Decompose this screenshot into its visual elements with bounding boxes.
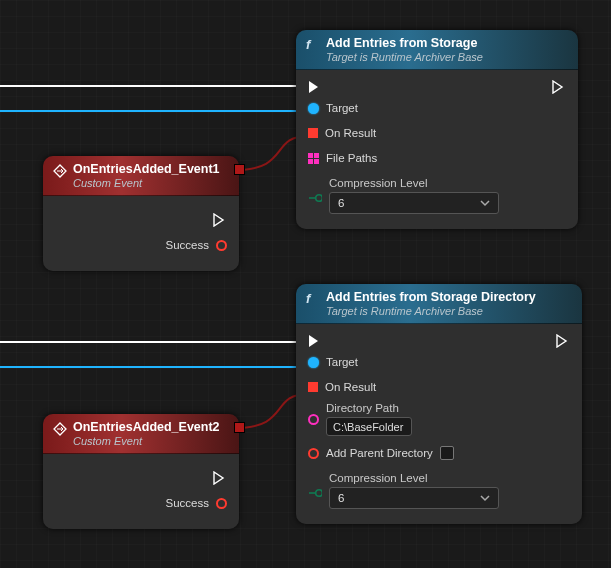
delegate-pin[interactable] [234,164,245,175]
wire-target-in-c [0,366,306,368]
node-subtitle: Custom Event [73,177,220,190]
on-result-pin[interactable] [308,128,318,138]
node-header[interactable]: f Add Entries from Storage Directory Tar… [296,284,582,324]
wire-exec-in-c [0,341,311,343]
directory-path-input[interactable]: C:\BaseFolder [326,417,412,436]
chevron-down-icon [480,493,490,503]
directory-path-value: C:\BaseFolder [333,421,403,433]
exec-out-pin[interactable] [213,471,227,485]
target-pin[interactable] [308,103,319,114]
directory-path-pin[interactable] [308,414,319,425]
compression-value: 6 [338,492,344,504]
success-pin[interactable] [216,240,227,251]
wire-target-in-a [0,110,306,112]
on-result-label: On Result [325,127,376,139]
svg-point-0 [316,195,322,202]
compression-dropdown[interactable]: 6 [329,192,499,214]
on-result-pin[interactable] [308,382,318,392]
node-header[interactable]: OnEntriesAdded_Event2 Custom Event [43,414,239,454]
success-label: Success [166,239,209,251]
on-result-label: On Result [325,381,376,393]
node-on-entries-added-event2[interactable]: OnEntriesAdded_Event2 Custom Event Succe… [43,414,239,529]
compression-pin[interactable] [308,191,322,205]
compression-value: 6 [338,197,344,209]
custom-event-icon [53,164,67,178]
file-paths-label: File Paths [326,152,377,164]
svg-point-1 [316,490,322,497]
target-pin[interactable] [308,357,319,368]
compression-label: Compression Level [329,177,499,189]
exec-out-pin[interactable] [213,213,227,227]
success-label: Success [166,497,209,509]
file-paths-pin[interactable] [308,153,319,164]
custom-event-icon [53,422,67,436]
node-on-entries-added-event1[interactable]: OnEntriesAdded_Event1 Custom Event Succe… [43,156,239,271]
node-title: Add Entries from Storage Directory [326,290,536,305]
compression-label: Compression Level [329,472,499,484]
chevron-down-icon [480,198,490,208]
node-add-entries-from-storage-directory[interactable]: f Add Entries from Storage Directory Tar… [296,284,582,524]
function-icon: f [306,38,320,52]
node-title: Add Entries from Storage [326,36,483,51]
target-label: Target [326,102,358,114]
delegate-pin[interactable] [234,422,245,433]
add-parent-checkbox[interactable] [440,446,454,460]
exec-out-pin[interactable] [556,334,570,348]
node-subtitle: Target is Runtime Archiver Base [326,51,483,64]
exec-out-pin[interactable] [552,80,566,94]
add-parent-label: Add Parent Directory [326,447,433,459]
wire-exec-in-a [0,85,311,87]
directory-path-label: Directory Path [326,402,412,414]
add-parent-pin[interactable] [308,448,319,459]
target-label: Target [326,356,358,368]
success-pin[interactable] [216,498,227,509]
node-header[interactable]: f Add Entries from Storage Target is Run… [296,30,578,70]
node-title: OnEntriesAdded_Event1 [73,162,220,177]
compression-pin[interactable] [308,486,322,500]
compression-dropdown[interactable]: 6 [329,487,499,509]
node-add-entries-from-storage[interactable]: f Add Entries from Storage Target is Run… [296,30,578,229]
node-subtitle: Target is Runtime Archiver Base [326,305,536,318]
function-icon: f [306,292,320,306]
node-subtitle: Custom Event [73,435,220,448]
exec-in-pin[interactable] [308,80,322,94]
node-header[interactable]: OnEntriesAdded_Event1 Custom Event [43,156,239,196]
exec-in-pin[interactable] [308,334,322,348]
node-title: OnEntriesAdded_Event2 [73,420,220,435]
